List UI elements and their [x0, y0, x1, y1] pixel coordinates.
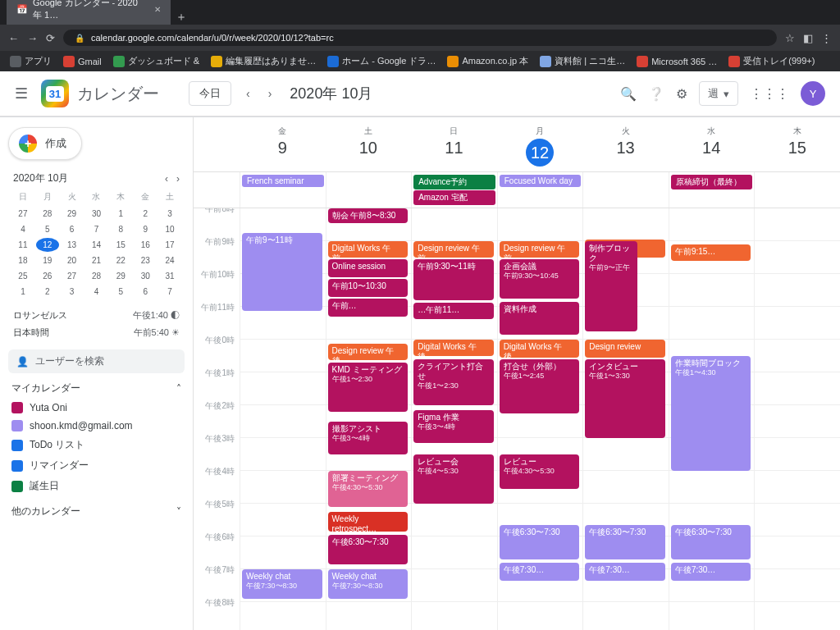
- apps-icon[interactable]: ⋮⋮⋮: [750, 86, 789, 102]
- bookmark-item[interactable]: Amazon.co.jp 本: [447, 55, 528, 67]
- create-button[interactable]: 作成: [8, 127, 82, 160]
- settings-icon[interactable]: ⚙: [676, 86, 687, 102]
- allday-event[interactable]: French seminar: [242, 175, 324, 187]
- menu-icon[interactable]: ⋮: [821, 32, 832, 44]
- mini-cal-day[interactable]: 9: [134, 222, 157, 236]
- calendar-event[interactable]: 打合せ（外部）午後1〜2:45: [500, 359, 580, 413]
- mini-cal-day[interactable]: 8: [109, 222, 132, 236]
- mini-cal-day[interactable]: 27: [61, 269, 84, 283]
- calendar-event[interactable]: 作業時間ブロック午後1〜4:30: [671, 356, 751, 471]
- calendar-checkbox[interactable]: [11, 420, 23, 431]
- mini-cal-day[interactable]: 2: [36, 285, 59, 299]
- mini-next-icon[interactable]: ›: [176, 173, 180, 185]
- calendar-event[interactable]: 午後6:30〜7:30: [671, 525, 751, 559]
- mini-cal-day[interactable]: 22: [109, 253, 132, 267]
- bookmark-item[interactable]: ホーム - Google ドラ…: [327, 55, 436, 67]
- mini-cal-day[interactable]: 23: [134, 253, 157, 267]
- calendar-checkbox[interactable]: [11, 402, 23, 413]
- bookmark-item[interactable]: Gmail: [63, 56, 102, 67]
- mini-cal-day[interactable]: 14: [85, 238, 108, 252]
- calendar-event[interactable]: 午後7:30…: [671, 563, 751, 581]
- next-period-icon[interactable]: ›: [265, 84, 276, 103]
- star-icon[interactable]: ☆: [785, 32, 795, 44]
- allday-event[interactable]: Advance予約: [413, 175, 495, 189]
- mini-prev-icon[interactable]: ‹: [165, 173, 168, 185]
- close-icon[interactable]: ✕: [154, 5, 161, 14]
- calendar-event[interactable]: 午前10〜10:30: [328, 279, 409, 297]
- mini-cal-day[interactable]: 4: [85, 285, 108, 299]
- day-column[interactable]: 朝会 午前8〜8:30Digital Works 午前…Online sessi…: [326, 208, 412, 630]
- calendar-event[interactable]: 午後7:30…: [500, 563, 580, 581]
- bookmark-item[interactable]: ダッシュボード &: [113, 55, 199, 67]
- calendar-event[interactable]: Weekly chat午後7:30〜8:30: [242, 569, 322, 599]
- calendar-event[interactable]: クライアント打合せ午後1〜2:30: [413, 359, 494, 405]
- mini-cal-day[interactable]: 6: [61, 222, 84, 236]
- today-button[interactable]: 今日: [189, 81, 231, 106]
- day-column[interactable]: 午前9〜11時Weekly chat午後7:30〜8:30: [240, 208, 326, 630]
- day-header[interactable]: 土10: [326, 117, 412, 171]
- mini-cal-day[interactable]: 17: [158, 238, 181, 252]
- calendar-event[interactable]: レビュー会午後4〜5:30: [413, 454, 494, 504]
- extensions-icon[interactable]: ◧: [803, 32, 813, 44]
- day-header[interactable]: 日11: [411, 117, 497, 171]
- mini-cal-day[interactable]: 29: [109, 269, 132, 283]
- calendar-event[interactable]: Weekly chat午後7:30〜8:30: [328, 569, 409, 599]
- calendar-event[interactable]: Digital Works 午後…: [500, 340, 580, 358]
- mini-cal-day[interactable]: 15: [109, 238, 132, 252]
- calendar-event[interactable]: Design review 午前…: [500, 241, 580, 258]
- week-grid[interactable]: 午前8時午前9時午前10時午前11時午後0時午後1時午後2時午後3時午後4時午後…: [194, 208, 840, 630]
- reload-icon[interactable]: ⟳: [46, 32, 55, 44]
- calendar-checkbox[interactable]: [11, 481, 23, 492]
- day-column[interactable]: 午前9…制作ブロック午前9〜正午Design reviewインタビュー午後1〜3…: [582, 208, 669, 630]
- allday-cell[interactable]: [754, 172, 840, 208]
- other-calendars-header[interactable]: 他のカレンダー ˅: [11, 504, 181, 518]
- back-icon[interactable]: ←: [8, 32, 19, 44]
- mini-cal-day[interactable]: 20: [61, 253, 84, 267]
- allday-cell[interactable]: Advance予約Amazon 宅配: [411, 172, 497, 208]
- bookmark-item[interactable]: 編集履歴はありませ…: [211, 55, 316, 67]
- mini-cal-day[interactable]: 3: [61, 285, 84, 299]
- mini-cal-day[interactable]: 1: [109, 207, 132, 221]
- mini-cal-day[interactable]: 11: [11, 238, 34, 252]
- search-people-input[interactable]: 👤 ユーザーを検索: [8, 349, 185, 373]
- calendar-list-item[interactable]: ToDo リスト: [8, 435, 185, 455]
- mini-cal-day[interactable]: 12: [36, 238, 59, 252]
- calendar-list-item[interactable]: Yuta Oni: [8, 399, 185, 417]
- mini-cal-day[interactable]: 24: [158, 253, 181, 267]
- mini-cal-day[interactable]: 30: [85, 207, 108, 221]
- bookmark-item[interactable]: アプリ: [10, 55, 52, 67]
- mini-cal-day[interactable]: 31: [158, 269, 181, 283]
- allday-event[interactable]: Focused Work day: [500, 175, 582, 187]
- my-calendars-header[interactable]: マイカレンダー ˄: [11, 381, 181, 395]
- mini-cal-day[interactable]: 19: [36, 253, 59, 267]
- bookmark-item[interactable]: Microsoft 365 …: [637, 56, 717, 67]
- mini-cal-day[interactable]: 18: [11, 253, 34, 267]
- mini-cal-day[interactable]: 29: [61, 207, 84, 221]
- calendar-event[interactable]: 午後6:30〜7:30: [328, 535, 409, 564]
- calendar-event[interactable]: Online session: [328, 259, 409, 277]
- account-avatar[interactable]: Y: [801, 81, 825, 106]
- new-tab-button[interactable]: ＋: [172, 10, 190, 25]
- mini-cal-day[interactable]: 13: [61, 238, 84, 252]
- calendar-event[interactable]: Digital Works 午前…: [328, 241, 409, 258]
- mini-cal-day[interactable]: 5: [36, 222, 59, 236]
- calendar-event[interactable]: 午後7:30…: [585, 563, 665, 581]
- allday-event[interactable]: 原稿締切（最終）: [671, 175, 753, 189]
- mini-cal-day[interactable]: 1: [11, 285, 34, 299]
- calendar-checkbox[interactable]: [11, 460, 23, 472]
- mini-cal-day[interactable]: 25: [11, 269, 34, 283]
- calendar-event[interactable]: 企画会議午前9:30〜10:45: [500, 259, 580, 299]
- calendar-event[interactable]: Digital Works 午後…: [413, 340, 494, 356]
- day-header[interactable]: 月12: [497, 117, 583, 171]
- mini-cal-day[interactable]: 5: [109, 285, 132, 299]
- day-column[interactable]: 午前9:15…作業時間ブロック午後1〜4:30午後6:30〜7:30午後7:30…: [669, 208, 755, 630]
- forward-icon[interactable]: →: [27, 32, 38, 44]
- help-icon[interactable]: ❔: [648, 86, 664, 102]
- day-header[interactable]: 木15: [754, 117, 840, 171]
- mini-cal-day[interactable]: 3: [158, 207, 181, 221]
- calendar-event[interactable]: 制作ブロック午前9〜正午: [585, 241, 637, 331]
- calendar-event[interactable]: 午前9〜11時: [242, 233, 322, 311]
- view-selector[interactable]: 週 ▾: [699, 81, 738, 106]
- allday-cell[interactable]: 原稿締切（最終）: [669, 172, 755, 208]
- calendar-event[interactable]: KMD ミーティング午後1〜2:30: [328, 363, 409, 412]
